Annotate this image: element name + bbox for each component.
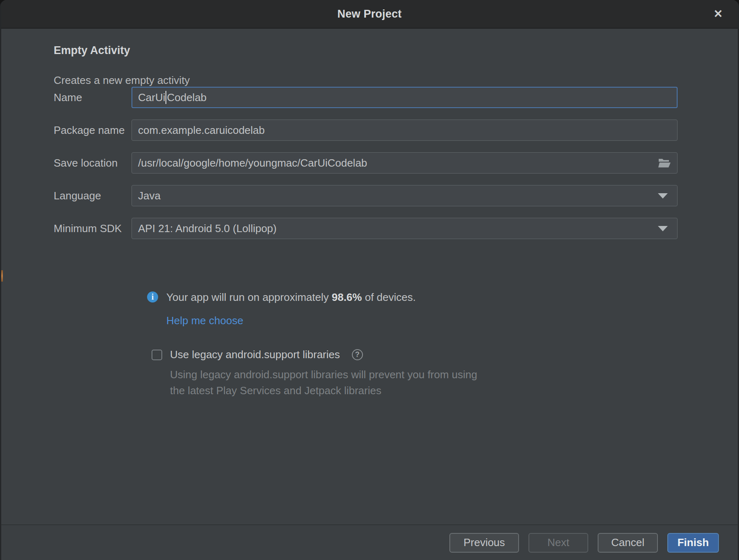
- name-value-before-caret: CarUi: [138, 91, 165, 104]
- save-location-value: /usr/local/google/home/youngmac/CarUiCod…: [138, 157, 367, 169]
- new-project-dialog: New Project ✕ Empty Activity Creates a n…: [0, 0, 739, 560]
- legacy-libraries-label: Use legacy android.support libraries: [170, 348, 340, 361]
- background-artifact: [1, 270, 3, 282]
- minimum-sdk-label: Minimum SDK: [54, 222, 131, 235]
- dialog-body: Empty Activity Creates a new empty activ…: [1, 29, 738, 524]
- legacy-libraries-checkbox[interactable]: [152, 350, 162, 360]
- legacy-description-line2: the latest Play Services and Jetpack lib…: [170, 383, 678, 399]
- browse-folder-button[interactable]: [658, 158, 671, 168]
- text-caret: [165, 91, 166, 104]
- package-name-value: com.example.caruicodelab: [138, 124, 265, 137]
- name-input[interactable]: CarUiCodelab: [131, 87, 678, 108]
- dialog-footer: Previous Next Cancel Finish: [1, 524, 738, 560]
- language-selected-value: Java: [138, 190, 658, 202]
- minimum-sdk-selected-value: API 21: Android 5.0 (Lollipop): [138, 222, 658, 235]
- sdk-coverage-text-after: of devices.: [362, 291, 416, 303]
- sdk-coverage-text-before: Your app will run on approximately: [166, 291, 332, 303]
- help-circle-icon[interactable]: ?: [352, 349, 363, 360]
- name-label: Name: [54, 91, 131, 104]
- package-name-row: Package name com.example.caruicodelab: [54, 120, 678, 141]
- save-location-label: Save location: [54, 157, 131, 169]
- finish-button[interactable]: Finish: [667, 533, 719, 553]
- next-button[interactable]: Next: [528, 533, 588, 553]
- package-name-input[interactable]: com.example.caruicodelab: [131, 120, 678, 141]
- folder-open-icon: [658, 158, 671, 168]
- previous-button[interactable]: Previous: [449, 533, 519, 553]
- page-subtitle: Creates a new empty activity: [54, 74, 678, 87]
- info-icon: i: [147, 291, 158, 303]
- language-dropdown[interactable]: Java: [131, 185, 678, 206]
- language-row: Language Java: [54, 185, 678, 206]
- save-location-input[interactable]: /usr/local/google/home/youngmac/CarUiCod…: [131, 152, 678, 174]
- close-icon[interactable]: ✕: [709, 5, 727, 23]
- legacy-libraries-row: Use legacy android.support libraries ?: [152, 348, 678, 361]
- minimum-sdk-row: Minimum SDK API 21: Android 5.0 (Lollipo…: [54, 218, 678, 239]
- dialog-titlebar: New Project ✕: [1, 0, 738, 29]
- chevron-down-icon: [658, 193, 668, 199]
- name-value-after-caret: Codelab: [167, 91, 206, 104]
- name-row: Name CarUiCodelab: [54, 87, 678, 108]
- save-location-row: Save location /usr/local/google/home/you…: [54, 152, 678, 174]
- page-title: Empty Activity: [54, 29, 678, 57]
- legacy-description-line1: Using legacy android.support libraries w…: [170, 367, 678, 383]
- language-label: Language: [54, 190, 131, 202]
- dialog-title: New Project: [338, 8, 402, 20]
- legacy-libraries-description: Using legacy android.support libraries w…: [170, 367, 678, 399]
- help-me-choose-link[interactable]: Help me choose: [166, 314, 243, 327]
- sdk-coverage-text: Your app will run on approximately 98.6%…: [166, 291, 416, 304]
- chevron-down-icon: [658, 226, 668, 231]
- sdk-coverage-percent: 98.6%: [332, 291, 362, 303]
- minimum-sdk-dropdown[interactable]: API 21: Android 5.0 (Lollipop): [131, 218, 678, 239]
- package-name-label: Package name: [54, 124, 131, 137]
- cancel-button[interactable]: Cancel: [598, 533, 658, 553]
- sdk-coverage-info: i Your app will run on approximately 98.…: [147, 291, 678, 304]
